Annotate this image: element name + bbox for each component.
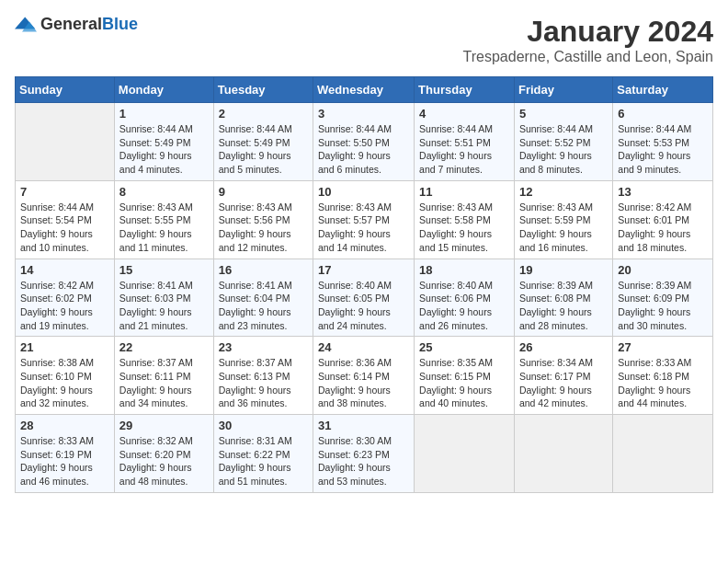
day-number: 8 <box>119 185 209 199</box>
day-number: 5 <box>519 107 608 121</box>
day-info: Sunrise: 8:35 AMSunset: 6:15 PMDaylight:… <box>419 356 509 410</box>
day-info: Sunrise: 8:39 AMSunset: 6:09 PMDaylight:… <box>618 279 708 333</box>
day-info: Sunrise: 8:44 AMSunset: 5:51 PMDaylight:… <box>419 122 509 177</box>
calendar-day-cell <box>613 415 713 493</box>
day-info: Sunrise: 8:34 AMSunset: 6:17 PMDaylight:… <box>519 356 608 410</box>
day-info: Sunrise: 8:37 AMSunset: 6:13 PMDaylight:… <box>219 356 308 410</box>
calendar-day-cell <box>514 415 612 493</box>
logo: GeneralBlue <box>15 15 138 34</box>
day-number: 31 <box>318 419 409 432</box>
calendar-day-cell: 14Sunrise: 8:42 AMSunset: 6:02 PMDayligh… <box>16 259 115 337</box>
calendar-day-cell <box>415 415 515 493</box>
calendar-day-cell: 3Sunrise: 8:44 AMSunset: 5:50 PMDaylight… <box>313 103 415 181</box>
calendar-day-cell: 4Sunrise: 8:44 AMSunset: 5:51 PMDaylight… <box>415 103 515 181</box>
day-info: Sunrise: 8:44 AMSunset: 5:50 PMDaylight:… <box>318 122 409 177</box>
calendar-week-row: 28Sunrise: 8:33 AMSunset: 6:19 PMDayligh… <box>16 415 713 493</box>
day-info: Sunrise: 8:41 AMSunset: 6:03 PMDaylight:… <box>119 279 209 333</box>
calendar-week-row: 7Sunrise: 8:44 AMSunset: 5:54 PMDaylight… <box>16 180 713 259</box>
day-number: 17 <box>318 263 409 277</box>
day-number: 25 <box>419 340 509 354</box>
day-number: 3 <box>318 107 409 121</box>
calendar-day-cell: 31Sunrise: 8:30 AMSunset: 6:23 PMDayligh… <box>313 415 415 493</box>
day-info: Sunrise: 8:32 AMSunset: 6:20 PMDaylight:… <box>119 434 209 488</box>
day-number: 4 <box>419 107 509 121</box>
day-of-week-header: Thursday <box>415 77 515 103</box>
day-info: Sunrise: 8:44 AMSunset: 5:53 PMDaylight:… <box>618 122 708 177</box>
calendar-week-row: 14Sunrise: 8:42 AMSunset: 6:02 PMDayligh… <box>16 259 713 337</box>
day-info: Sunrise: 8:42 AMSunset: 6:02 PMDaylight:… <box>20 279 109 333</box>
day-number: 28 <box>20 419 109 432</box>
day-number: 21 <box>20 340 109 354</box>
day-info: Sunrise: 8:36 AMSunset: 6:14 PMDaylight:… <box>318 356 409 410</box>
day-number: 29 <box>119 419 209 432</box>
calendar-day-cell: 11Sunrise: 8:43 AMSunset: 5:58 PMDayligh… <box>415 180 515 259</box>
day-info: Sunrise: 8:44 AMSunset: 5:49 PMDaylight:… <box>219 122 308 177</box>
calendar-day-cell: 2Sunrise: 8:44 AMSunset: 5:49 PMDaylight… <box>213 103 313 181</box>
day-number: 9 <box>219 185 308 199</box>
calendar-day-cell: 8Sunrise: 8:43 AMSunset: 5:55 PMDaylight… <box>114 180 213 259</box>
logo-icon <box>15 16 37 34</box>
day-info: Sunrise: 8:40 AMSunset: 6:05 PMDaylight:… <box>318 279 409 333</box>
day-number: 2 <box>219 107 308 121</box>
calendar-day-cell: 17Sunrise: 8:40 AMSunset: 6:05 PMDayligh… <box>313 259 415 337</box>
day-number: 26 <box>519 340 608 354</box>
day-number: 30 <box>219 419 308 432</box>
day-of-week-header: Tuesday <box>213 77 313 103</box>
day-number: 16 <box>219 263 308 277</box>
calendar-day-cell: 28Sunrise: 8:33 AMSunset: 6:19 PMDayligh… <box>16 415 115 493</box>
day-info: Sunrise: 8:43 AMSunset: 5:56 PMDaylight:… <box>219 201 308 255</box>
day-info: Sunrise: 8:30 AMSunset: 6:23 PMDaylight:… <box>318 434 409 488</box>
day-info: Sunrise: 8:43 AMSunset: 5:55 PMDaylight:… <box>119 201 209 255</box>
day-info: Sunrise: 8:37 AMSunset: 6:11 PMDaylight:… <box>119 356 209 410</box>
day-of-week-header: Monday <box>114 77 213 103</box>
calendar-day-cell: 15Sunrise: 8:41 AMSunset: 6:03 PMDayligh… <box>114 259 213 337</box>
day-of-week-header: Saturday <box>613 77 713 103</box>
calendar-day-cell: 6Sunrise: 8:44 AMSunset: 5:53 PMDaylight… <box>613 103 713 181</box>
day-number: 12 <box>519 185 608 199</box>
day-number: 19 <box>519 263 608 277</box>
calendar-day-cell: 16Sunrise: 8:41 AMSunset: 6:04 PMDayligh… <box>213 259 313 337</box>
day-info: Sunrise: 8:40 AMSunset: 6:06 PMDaylight:… <box>419 279 509 333</box>
day-info: Sunrise: 8:31 AMSunset: 6:22 PMDaylight:… <box>219 434 308 488</box>
day-info: Sunrise: 8:38 AMSunset: 6:10 PMDaylight:… <box>20 356 109 410</box>
logo-general: General <box>40 15 102 33</box>
calendar-header-row: SundayMondayTuesdayWednesdayThursdayFrid… <box>16 77 713 103</box>
day-of-week-header: Wednesday <box>313 77 415 103</box>
calendar-day-cell <box>16 103 115 181</box>
calendar-day-cell: 26Sunrise: 8:34 AMSunset: 6:17 PMDayligh… <box>514 337 612 415</box>
day-info: Sunrise: 8:44 AMSunset: 5:49 PMDaylight:… <box>119 122 209 177</box>
calendar-day-cell: 23Sunrise: 8:37 AMSunset: 6:13 PMDayligh… <box>213 337 313 415</box>
day-number: 11 <box>419 185 509 199</box>
calendar-day-cell: 21Sunrise: 8:38 AMSunset: 6:10 PMDayligh… <box>16 337 115 415</box>
day-info: Sunrise: 8:43 AMSunset: 5:58 PMDaylight:… <box>419 201 509 255</box>
day-number: 13 <box>618 185 708 199</box>
day-number: 6 <box>618 107 708 121</box>
day-number: 22 <box>119 340 209 354</box>
day-of-week-header: Sunday <box>16 77 115 103</box>
day-number: 1 <box>119 107 209 121</box>
calendar-day-cell: 29Sunrise: 8:32 AMSunset: 6:20 PMDayligh… <box>114 415 213 493</box>
calendar-day-cell: 10Sunrise: 8:43 AMSunset: 5:57 PMDayligh… <box>313 180 415 259</box>
day-info: Sunrise: 8:33 AMSunset: 6:19 PMDaylight:… <box>20 434 109 488</box>
calendar-day-cell: 1Sunrise: 8:44 AMSunset: 5:49 PMDaylight… <box>114 103 213 181</box>
day-info: Sunrise: 8:42 AMSunset: 6:01 PMDaylight:… <box>618 201 708 255</box>
calendar-day-cell: 9Sunrise: 8:43 AMSunset: 5:56 PMDaylight… <box>213 180 313 259</box>
day-of-week-header: Friday <box>514 77 612 103</box>
calendar-day-cell: 7Sunrise: 8:44 AMSunset: 5:54 PMDaylight… <box>16 180 115 259</box>
calendar-day-cell: 30Sunrise: 8:31 AMSunset: 6:22 PMDayligh… <box>213 415 313 493</box>
calendar-body: 1Sunrise: 8:44 AMSunset: 5:49 PMDaylight… <box>16 103 713 493</box>
location-subtitle: Trespaderne, Castille and Leon, Spain <box>463 49 713 65</box>
day-info: Sunrise: 8:33 AMSunset: 6:18 PMDaylight:… <box>618 356 708 410</box>
calendar-day-cell: 5Sunrise: 8:44 AMSunset: 5:52 PMDaylight… <box>514 103 612 181</box>
day-info: Sunrise: 8:43 AMSunset: 5:59 PMDaylight:… <box>519 201 608 255</box>
calendar-day-cell: 22Sunrise: 8:37 AMSunset: 6:11 PMDayligh… <box>114 337 213 415</box>
day-number: 18 <box>419 263 509 277</box>
day-number: 27 <box>618 340 708 354</box>
day-info: Sunrise: 8:44 AMSunset: 5:52 PMDaylight:… <box>519 122 608 177</box>
month-year-title: January 2024 <box>463 15 713 49</box>
day-number: 24 <box>318 340 409 354</box>
day-number: 14 <box>20 263 109 277</box>
calendar-week-row: 21Sunrise: 8:38 AMSunset: 6:10 PMDayligh… <box>16 337 713 415</box>
calendar-day-cell: 27Sunrise: 8:33 AMSunset: 6:18 PMDayligh… <box>613 337 713 415</box>
day-number: 23 <box>219 340 308 354</box>
